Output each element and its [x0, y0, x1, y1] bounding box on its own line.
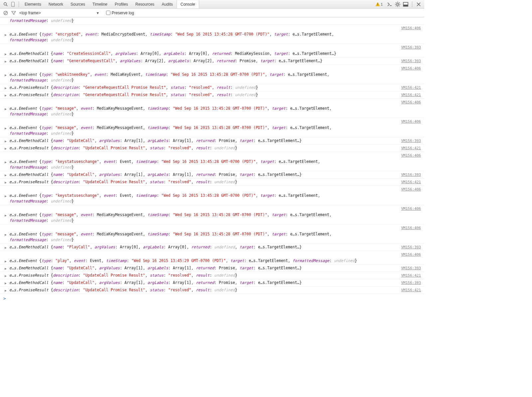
expand-arrow-icon[interactable]: ▶: [5, 193, 7, 199]
source-link[interactable]: VM156:421: [401, 85, 421, 90]
device-icon[interactable]: [9, 1, 17, 8]
expand-arrow-icon[interactable]: ▶: [5, 51, 7, 57]
source-link[interactable]: VM156:406: [0, 99, 424, 105]
log-entry[interactable]: VM156:421▶e…s.PromiseResult {description…: [0, 272, 424, 279]
expand-arrow-icon[interactable]: ▶: [5, 266, 7, 271]
expand-arrow-icon[interactable]: ▶: [5, 288, 7, 293]
log-entry[interactable]: VM156:406: [0, 152, 424, 158]
log-entry[interactable]: VM156:406: [0, 65, 424, 71]
close-icon[interactable]: [415, 1, 422, 8]
source-link[interactable]: VM156:406: [0, 25, 424, 31]
source-link[interactable]: VM156:393: [401, 172, 421, 178]
expand-arrow-icon[interactable]: ▶: [5, 146, 7, 151]
expand-arrow-icon[interactable]: ▶: [5, 92, 7, 98]
source-link[interactable]: VM156:393: [401, 138, 421, 144]
source-link[interactable]: VM156:393: [401, 58, 421, 64]
log-entry[interactable]: ▶e…s.EmeEvent {type: "message", event: M…: [0, 211, 424, 224]
source-link[interactable]: VM156:421: [401, 287, 421, 293]
log-entry[interactable]: VM156:421▶e…s.PromiseResult {description…: [0, 84, 424, 91]
log-entry[interactable]: VM156:393▶e…s.EmeMethodCall {name: "Upda…: [0, 265, 424, 272]
source-link[interactable]: VM156:406: [0, 65, 424, 71]
log-entry[interactable]: VM156:421▶e…s.PromiseResult {description…: [0, 145, 424, 152]
log-entry[interactable]: VM156:406: [0, 205, 424, 211]
log-entry[interactable]: VM156:406: [0, 224, 424, 231]
log-entry[interactable]: VM156:421▶e…s.PromiseResult {description…: [0, 91, 424, 99]
tab-sources[interactable]: Sources: [67, 0, 89, 8]
expand-arrow-icon[interactable]: ▶: [5, 106, 7, 112]
log-entry[interactable]: VM156:393: [0, 44, 424, 50]
expand-arrow-icon[interactable]: ▶: [5, 245, 7, 250]
tab-resources[interactable]: Resources: [132, 0, 158, 8]
log-entry[interactable]: VM156:393▶e…s.EmeMethodCall {name: "Play…: [0, 244, 424, 251]
expand-arrow-icon[interactable]: ▶: [5, 59, 7, 64]
tab-network[interactable]: Network: [45, 0, 67, 8]
expand-arrow-icon[interactable]: ▶: [5, 273, 7, 279]
console-input-prompt[interactable]: >: [0, 294, 424, 303]
source-link[interactable]: VM156:406: [0, 205, 424, 211]
expand-arrow-icon[interactable]: ▶: [5, 172, 7, 178]
svg-line-1: [6, 5, 8, 6]
preserve-log-checkbox[interactable]: Preserve log: [106, 11, 134, 15]
log-entry[interactable]: ▶e…s.EmeEvent {type: "keystatuseschange"…: [0, 192, 424, 205]
source-link[interactable]: VM156:406: [0, 118, 424, 124]
source-link[interactable]: VM156:406: [0, 152, 424, 158]
log-entry[interactable]: VM156:406: [0, 99, 424, 105]
log-entry[interactable]: VM156:421▶e…s.PromiseResult {description…: [0, 287, 424, 294]
log-entry[interactable]: ▶e…s.EmeEvent {type: "message", event: M…: [0, 231, 424, 244]
tab-timeline[interactable]: Timeline: [89, 0, 111, 8]
filter-icon[interactable]: [11, 11, 16, 15]
tab-console[interactable]: Console: [177, 0, 199, 8]
expand-arrow-icon[interactable]: ▶: [5, 159, 7, 165]
source-link[interactable]: VM156:421: [401, 145, 421, 151]
expand-arrow-icon[interactable]: ▶: [5, 280, 7, 286]
log-entry[interactable]: ▶e…s.EmeEvent {type: "play", event: Even…: [0, 257, 424, 265]
expand-arrow-icon[interactable]: ▶: [5, 258, 7, 264]
expand-arrow-icon[interactable]: ▶: [5, 125, 7, 131]
log-entry[interactable]: VM156:406: [0, 25, 424, 31]
dock-icon[interactable]: [402, 1, 409, 8]
expand-arrow-icon[interactable]: ▶: [5, 72, 7, 78]
source-link[interactable]: VM156:393: [401, 280, 421, 286]
svg-rect-5: [377, 5, 378, 5]
log-entry[interactable]: formattedMessage: undefined}: [0, 17, 424, 25]
log-entry[interactable]: ▶e…s.EmeEvent {type: "keystatuseschange"…: [0, 158, 424, 171]
log-entry[interactable]: VM156:393▶e…s.EmeMethodCall {name: "Upda…: [0, 279, 424, 287]
console-prompt-icon[interactable]: [386, 1, 393, 8]
log-entry[interactable]: ▶e…s.EmeEvent {type: "message", event: M…: [0, 105, 424, 118]
clear-console-icon[interactable]: [3, 11, 8, 15]
source-link[interactable]: VM156:393: [0, 44, 424, 50]
log-entry[interactable]: VM156:393▶e…s.EmeMethodCall {name: "Upda…: [0, 171, 424, 179]
expand-arrow-icon[interactable]: ▶: [5, 85, 7, 91]
source-link[interactable]: VM156:421: [401, 273, 421, 278]
warning-count[interactable]: 1: [375, 2, 383, 7]
expand-arrow-icon[interactable]: ▶: [5, 138, 7, 144]
tab-elements[interactable]: Elements: [21, 0, 45, 8]
expand-arrow-icon[interactable]: ▶: [5, 232, 7, 237]
log-entry[interactable]: VM156:393▶e…s.EmeMethodCall {name: "Upda…: [0, 137, 424, 145]
log-entry[interactable]: VM156:406: [0, 186, 424, 192]
log-entry[interactable]: ▶e…s.EmeEvent {type: "webkitneedkey", ev…: [0, 71, 424, 84]
source-link[interactable]: VM156:393: [401, 244, 421, 250]
source-link[interactable]: VM156:406: [0, 224, 424, 231]
gear-icon[interactable]: [394, 1, 401, 8]
preserve-log-input[interactable]: [106, 11, 110, 15]
search-icon[interactable]: [2, 1, 9, 8]
log-entry[interactable]: VM156:406: [0, 251, 424, 257]
tab-profiles[interactable]: Profiles: [111, 0, 132, 8]
source-link[interactable]: VM156:393: [401, 265, 421, 271]
source-link[interactable]: VM156:406: [0, 251, 424, 257]
source-link[interactable]: VM156:406: [0, 186, 424, 192]
log-entry[interactable]: VM156:406: [0, 118, 424, 124]
source-link[interactable]: VM156:421: [401, 92, 421, 98]
tab-audits[interactable]: Audits: [158, 0, 176, 8]
expand-arrow-icon[interactable]: ▶: [5, 180, 7, 185]
frame-select[interactable]: <top frame> ▾: [19, 11, 99, 15]
expand-arrow-icon[interactable]: ▶: [5, 212, 7, 218]
log-entry[interactable]: ▶e…s.EmeEvent {type: "message", event: M…: [0, 124, 424, 137]
log-entry[interactable]: ▶e…s.EmeEvent {type: "encrypted", event:…: [0, 31, 424, 44]
log-entry[interactable]: ▶e…s.EmeMethodCall {name: "CreateSession…: [0, 50, 424, 58]
log-entry[interactable]: VM156:421▶e…s.PromiseResult {description…: [0, 179, 424, 186]
log-entry[interactable]: VM156:393▶e…s.EmeMethodCall {name: "Gene…: [0, 58, 424, 65]
source-link[interactable]: VM156:421: [401, 179, 421, 185]
expand-arrow-icon[interactable]: ▶: [5, 32, 7, 38]
